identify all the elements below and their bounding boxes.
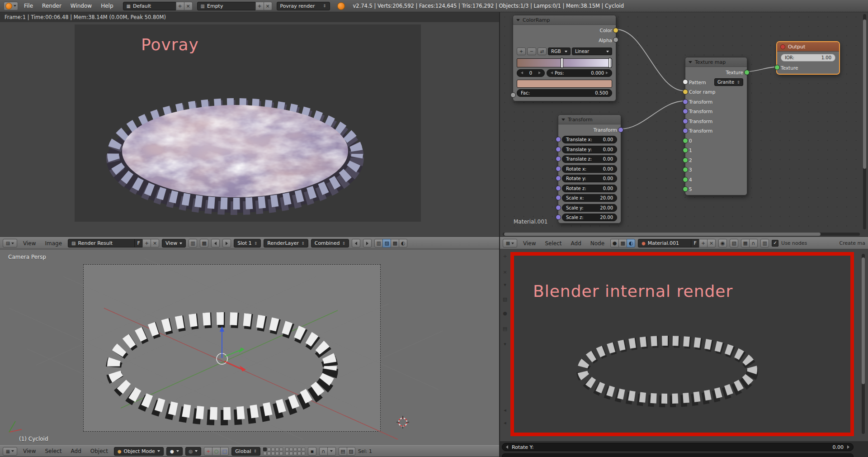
layer-toggle[interactable] <box>297 447 301 451</box>
editor-type-button[interactable]: ▩ <box>503 239 517 248</box>
rotate-z-socket[interactable] <box>556 186 561 191</box>
scale-z-socket[interactable] <box>556 214 561 220</box>
colorramp-gradient[interactable] <box>517 58 612 67</box>
transform-output-socket[interactable] <box>618 127 623 133</box>
lock-to-scene-button[interactable]: ▪ <box>308 447 316 456</box>
decrement-icon[interactable] <box>521 71 523 74</box>
fac-field[interactable]: Fac: 0.500 <box>517 89 612 97</box>
scale-y-socket[interactable] <box>556 205 561 210</box>
menu-node[interactable]: Node <box>587 239 608 248</box>
transform-input-socket[interactable] <box>683 99 688 105</box>
pin-button[interactable]: ◉ <box>718 239 727 248</box>
prev-pass-button[interactable] <box>352 239 360 248</box>
unlink-material-button[interactable]: × <box>707 239 716 248</box>
node-header[interactable]: Texture map <box>685 57 747 67</box>
menu-object[interactable]: Object <box>87 447 111 455</box>
collapse-icon[interactable] <box>516 19 520 21</box>
collapse-icon[interactable] <box>561 119 565 121</box>
panel-arrow-icon[interactable]: ◂ <box>501 407 509 413</box>
shader-tree-button[interactable]: ● <box>610 239 619 248</box>
orientation-select[interactable]: Global ⇕ <box>231 447 260 456</box>
overlay-button[interactable]: ▥ <box>760 239 769 248</box>
render-engine-select[interactable]: Povray render ⇕ <box>277 2 330 10</box>
channel-rgba-button[interactable]: ▩ <box>391 239 399 248</box>
create-material-label[interactable]: Create ma <box>839 240 865 246</box>
menu-render[interactable]: Render <box>39 2 65 10</box>
menu-window[interactable]: Window <box>67 2 95 10</box>
new-material-button[interactable]: + <box>699 239 708 248</box>
value-4-input-socket[interactable] <box>683 177 688 182</box>
layer-toggle[interactable] <box>285 447 289 451</box>
rotate-manipulator-button[interactable]: ○ <box>212 447 221 456</box>
channel-bw-button[interactable]: ▥ <box>374 239 383 248</box>
pattern-dropdown[interactable]: Granite ⇕ <box>714 78 743 86</box>
viewport-3d-canvas[interactable]: Camera Persp (1) Cycloid <box>0 249 499 445</box>
translate-manipulator-button[interactable]: + <box>204 447 212 456</box>
value-2-input-socket[interactable] <box>683 157 688 163</box>
scrollbar-thumb[interactable] <box>862 257 865 384</box>
layer-toggle[interactable] <box>275 447 279 451</box>
ramp-handle[interactable] <box>609 58 611 68</box>
stop-color-swatch[interactable] <box>517 80 612 88</box>
layer-toggle[interactable] <box>293 452 297 455</box>
node-header[interactable]: Transform <box>558 115 621 124</box>
translate-y-socket[interactable] <box>556 147 561 152</box>
area-divider[interactable] <box>499 12 500 457</box>
menu-select[interactable]: Select <box>42 447 65 455</box>
editor-type-button[interactable] <box>4 2 18 10</box>
panel-arrow-icon[interactable]: ◂ <box>501 420 509 426</box>
color-mode-dropdown[interactable]: RGB <box>548 48 571 55</box>
increment-icon[interactable] <box>538 71 541 74</box>
interpolation-dropdown[interactable]: Linear <box>572 48 612 55</box>
menu-add[interactable]: Add <box>68 447 85 455</box>
fake-user-button[interactable]: F <box>134 239 143 248</box>
flip-ramp-button[interactable]: ⇄ <box>538 48 547 55</box>
add-scene-button[interactable]: + <box>255 2 264 10</box>
menu-select[interactable]: Select <box>542 239 565 248</box>
value-5-input-socket[interactable] <box>683 186 688 192</box>
layer-toggle[interactable] <box>289 452 293 455</box>
stop-index-field[interactable]: 0 <box>517 69 545 77</box>
value-3-input-socket[interactable] <box>683 167 688 172</box>
view-vscrollbar[interactable] <box>862 254 865 434</box>
remove-stop-button[interactable]: − <box>527 48 536 55</box>
scrollbar-thumb[interactable] <box>863 19 866 169</box>
menu-view[interactable]: View <box>520 239 539 248</box>
rotate-y-socket[interactable] <box>556 176 561 181</box>
node-hscrollbar[interactable] <box>503 233 860 236</box>
layer-toggle[interactable] <box>279 447 283 451</box>
rotate-y-field[interactable]: Rotate y:0.00 <box>562 175 617 182</box>
scale-x-socket[interactable] <box>556 195 561 200</box>
menu-file[interactable]: File <box>21 2 36 10</box>
scale-manipulator-button[interactable]: □ <box>220 447 229 456</box>
menu-view[interactable]: View <box>20 447 39 455</box>
opengl-anim-button[interactable]: ▨ <box>347 447 355 456</box>
snap-magnet-button[interactable]: ∩ <box>749 239 758 248</box>
texture-input-socket[interactable] <box>774 65 780 70</box>
render-preview-area[interactable]: + × ▾ ▧ ● ▤ ▾ ◂ ◂ Blender internal rende… <box>500 249 868 457</box>
layer-toggle[interactable] <box>275 452 279 455</box>
add-region-icon[interactable]: + <box>501 253 509 259</box>
stop-position-field[interactable]: Pos: 0.000 <box>547 69 612 77</box>
translate-y-field[interactable]: Translate y:0.00 <box>562 146 617 153</box>
layer-toggle[interactable] <box>271 452 275 455</box>
layer-toggle[interactable] <box>302 447 305 451</box>
pattern-input-socket[interactable] <box>683 79 688 85</box>
translate-x-field[interactable]: Translate x:0.00 <box>562 136 617 143</box>
channel-alpha-button[interactable]: ◐ <box>399 239 407 248</box>
rotate-z-field[interactable]: Rotate z:0.00 <box>562 185 617 192</box>
prev-slot-button[interactable] <box>211 239 220 248</box>
camera-tab-icon[interactable]: ▤ <box>501 326 509 332</box>
texture-output-socket[interactable] <box>744 70 750 75</box>
close-region-icon[interactable]: × <box>501 269 509 275</box>
value-1-input-socket[interactable] <box>683 148 688 153</box>
decrement-icon[interactable] <box>506 445 508 449</box>
node-colorramp[interactable]: ColorRamp Color Alpha + − ⇄ RGB Linear <box>513 15 616 101</box>
scale-z-field[interactable]: Scale z:20.00 <box>562 214 617 221</box>
image-datablock-field[interactable]: ▨ Render Result <box>68 239 135 248</box>
rotate-x-socket[interactable] <box>556 166 561 171</box>
color-ramp-input-socket[interactable] <box>683 89 688 95</box>
fake-user-button[interactable]: F <box>691 239 699 248</box>
opengl-render-button[interactable]: ▤ <box>339 447 347 456</box>
menu-image[interactable]: Image <box>42 239 65 248</box>
